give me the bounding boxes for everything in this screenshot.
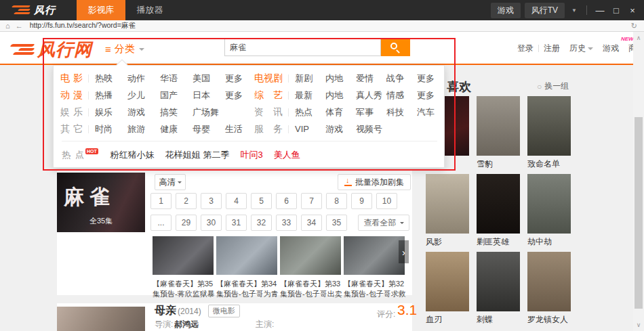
category-link[interactable]: 真人秀 [356, 89, 386, 102]
recommend-item[interactable]: 罗龙镇女人 [527, 252, 571, 324]
episode-button[interactable]: 2 [176, 193, 197, 209]
category-link[interactable]: VIP [295, 124, 325, 134]
page-scrollbar[interactable]: ∧ ∨ [633, 32, 644, 331]
movie-poster[interactable] [477, 174, 520, 234]
refresh-recommend-button[interactable]: ○ 换一组 [537, 81, 569, 92]
close-button[interactable]: × [626, 5, 639, 16]
preview-caption[interactable]: 【麻雀春天】第35集预告-蒋欣监狱暴走枪 [153, 279, 215, 299]
recommend-item[interactable]: 劫中劫 [527, 174, 571, 246]
episode-button[interactable]: 9 [351, 193, 372, 209]
category-link[interactable]: 游戏 [325, 123, 356, 135]
tab-media-library[interactable]: 影视库 [77, 0, 125, 20]
history-link[interactable]: 历史 [569, 43, 586, 54]
director-name[interactable]: 郝鸿远 [174, 319, 199, 329]
hot-keyword-link[interactable]: 美人鱼 [274, 149, 300, 161]
category-link[interactable]: 新剧 [295, 72, 325, 85]
episode-button[interactable]: 1 [150, 193, 172, 209]
episode-button[interactable]: 32 [251, 215, 272, 231]
recommend-item[interactable]: 刺蝶 [477, 252, 520, 324]
hot-keyword-link[interactable]: 叶问3 [240, 149, 262, 161]
poster-caption[interactable]: 劫中劫 [527, 236, 571, 246]
recommend-item[interactable]: 致命名单 [527, 96, 571, 169]
category-link[interactable]: 热播 [95, 89, 127, 102]
episode-button[interactable]: 30 [201, 215, 222, 231]
category-link[interactable]: 搞笑 [160, 106, 193, 118]
category-link[interactable]: 动作 [127, 72, 160, 85]
minimize-button[interactable]: — [594, 5, 606, 16]
main-menu-icon[interactable]: ▼ [569, 7, 580, 14]
mother-thumbnail[interactable] [57, 307, 145, 331]
category-link[interactable]: 情感 [386, 89, 417, 102]
category-link[interactable]: 健康 [160, 123, 193, 135]
tab-player[interactable]: 播放器 [125, 0, 174, 20]
category-menu-button[interactable]: ≡ 分类 [105, 43, 144, 56]
login-link[interactable]: 登录 [517, 43, 534, 54]
category-link[interactable]: 热映 [95, 72, 127, 85]
category-link[interactable]: 体育 [325, 106, 356, 118]
poster-caption[interactable]: 雪豹 [477, 158, 520, 169]
category-link[interactable]: 日本 [193, 89, 225, 102]
category-link[interactable]: 战争 [386, 72, 417, 85]
sparrow-poster[interactable]: 麻雀 全35集 [57, 173, 145, 232]
category-link[interactable]: 爱情 [356, 72, 386, 85]
poster-caption[interactable]: 剿匪英雄 [477, 236, 520, 246]
category-link[interactable]: 游戏 [127, 106, 160, 118]
category-label[interactable]: 其它 [60, 123, 83, 135]
poster-caption[interactable]: 致命名单 [527, 158, 571, 169]
preview-caption[interactable]: 【麻雀春天】第32集预告-包子哥求救炸弹 [344, 279, 406, 299]
view-all-button[interactable]: 查看全部 [358, 215, 409, 231]
poster-caption[interactable]: 血刃 [426, 314, 469, 324]
category-label[interactable]: 服务 [254, 123, 283, 135]
poster-caption[interactable]: 罗龙镇女人 [527, 314, 571, 324]
category-link[interactable]: 美国 [193, 72, 225, 85]
scroll-up-icon[interactable]: ∧ [633, 33, 644, 43]
register-link[interactable]: 注册 [544, 43, 560, 54]
preview-caption[interactable]: 【麻雀春天】第33集预告-包子哥出卖情报 [280, 279, 342, 299]
movie-poster[interactable] [527, 96, 571, 156]
category-link[interactable]: 视频号 [356, 123, 386, 135]
poster-caption[interactable]: 刺蝶 [477, 314, 520, 324]
category-link[interactable]: 更多 [417, 89, 447, 102]
preview-item[interactable]: 【麻雀春天】第32集预告-包子哥求救炸弹 [344, 236, 407, 299]
category-link[interactable]: 内地 [325, 89, 356, 102]
episode-button[interactable]: 4 [226, 193, 247, 209]
game-button[interactable]: 游戏 [491, 3, 521, 18]
category-link[interactable]: 更多 [225, 72, 258, 85]
category-label[interactable]: 电影 [60, 72, 83, 85]
category-link[interactable]: 旅游 [127, 123, 160, 135]
preview-thumbnail[interactable] [344, 236, 405, 275]
category-label[interactable]: 电视剧 [254, 72, 283, 85]
preview-item[interactable]: 【麻雀春天】第35集预告-蒋欣监狱暴走枪 [153, 236, 216, 299]
category-link[interactable]: 更多 [417, 72, 447, 85]
recommend-item[interactable]: 血刃 [426, 252, 469, 324]
movie-poster[interactable] [477, 252, 520, 311]
scroll-down-icon[interactable]: ∨ [633, 320, 644, 330]
episode-button[interactable]: 29 [176, 215, 197, 231]
mother-title[interactable]: 母亲 [155, 304, 176, 318]
game-link[interactable]: 游戏 [603, 43, 619, 54]
category-link[interactable]: 汽车 [417, 106, 447, 118]
category-link[interactable]: 内地 [325, 72, 356, 85]
movie-poster[interactable] [477, 96, 520, 156]
home-icon[interactable]: ⌂ [5, 22, 10, 30]
preview-caption[interactable]: 【麻雀春天】第34集预告-包子哥为青梅报 [216, 279, 279, 299]
search-button[interactable] [381, 39, 410, 56]
preview-thumbnail[interactable] [216, 236, 277, 275]
episode-button[interactable]: 35 [326, 215, 347, 231]
movie-poster[interactable] [426, 174, 469, 234]
episode-button[interactable]: 8 [326, 193, 347, 209]
episode-button[interactable]: 6 [276, 193, 297, 209]
category-link[interactable]: 军事 [356, 106, 386, 118]
category-label[interactable]: 综艺 [254, 89, 283, 102]
recommend-item[interactable]: 雪豹 [477, 96, 520, 169]
search-input[interactable] [224, 39, 381, 56]
quality-dropdown[interactable]: 高清 [155, 174, 186, 190]
site-logo[interactable]: 风行网 [11, 38, 92, 62]
episode-button[interactable]: 5 [251, 193, 272, 209]
movie-poster[interactable] [426, 252, 469, 311]
maximize-button[interactable]: □ [610, 5, 622, 16]
episode-button[interactable]: 31 [226, 215, 247, 231]
category-label[interactable]: 资讯 [254, 106, 283, 118]
preview-item[interactable]: 【麻雀春天】第33集预告-包子哥出卖情报 [280, 236, 344, 299]
episode-button[interactable]: 3 [201, 193, 222, 209]
